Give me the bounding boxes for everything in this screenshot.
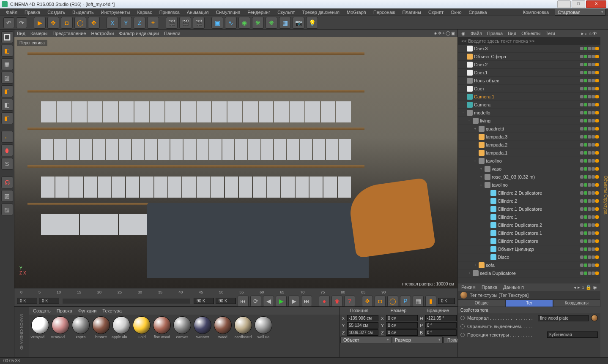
snap-tool[interactable]: S — [1, 158, 13, 170]
tab-Тег[interactable]: Тег — [505, 299, 553, 307]
tab-Координаты[interactable]: Координаты — [553, 299, 600, 307]
tree-row[interactable]: Cilindro.1 — [458, 213, 600, 221]
tree-row[interactable]: −tavolino — [458, 157, 600, 165]
vpmenu-Представление[interactable]: Представление — [52, 31, 86, 36]
attrmenu-Данные п[interactable]: Данные п — [503, 285, 524, 290]
prop-radio[interactable] — [460, 316, 465, 320]
tree-row[interactable]: Cilindro Duplicatore — [458, 237, 600, 245]
lock-tool[interactable]: ▨ — [1, 190, 13, 202]
attrmenu-Режим[interactable]: Режим — [461, 285, 476, 290]
prop-radio[interactable] — [460, 333, 465, 337]
menu-Скульпт[interactable]: Скульпт — [274, 9, 298, 16]
matmenu-Текстура[interactable]: Текстура — [102, 308, 121, 313]
edge-mode[interactable]: ◧ — [1, 99, 13, 111]
layout-dropdown[interactable]: Стартовая — [555, 9, 605, 16]
tree-row[interactable]: −modello — [458, 109, 600, 117]
tree-row[interactable]: Свет.3 — [458, 45, 600, 53]
material-item[interactable]: Gold — [132, 316, 151, 339]
menu-Скрипт[interactable]: Скрипт — [425, 9, 447, 16]
texture-mode[interactable]: ▦ — [1, 58, 13, 70]
attrmenu-Правка[interactable]: Правка — [482, 285, 497, 290]
key-mark[interactable]: ▮ — [425, 296, 436, 307]
menu-Создать[interactable]: Создать — [44, 9, 68, 16]
model-mode[interactable]: ◧ — [1, 45, 13, 57]
tree-row[interactable]: Cilindro Duplicatore.1 — [458, 229, 600, 237]
material-item[interactable]: VRayAdvanced — [30, 316, 50, 339]
scale-tool[interactable]: ◘ — [61, 17, 73, 29]
vpmenu-Камеры[interactable]: Камеры — [30, 31, 47, 36]
objmenu-Объекты[interactable]: Объекты — [521, 31, 540, 36]
timeline-ruler[interactable]: 051015202530354045505560657075808590 — [14, 288, 457, 296]
y-axis-lock[interactable]: Y — [120, 17, 132, 29]
tab-Общие[interactable]: Общие — [458, 299, 505, 307]
maximize-button[interactable]: □ — [572, 0, 585, 8]
next-frame[interactable]: ▶ — [288, 296, 299, 307]
make-editable[interactable]: 🔳 — [1, 31, 13, 43]
add-camera2[interactable]: 📷 — [293, 17, 304, 29]
material-item[interactable]: fine wood — [152, 316, 172, 339]
add-light[interactable]: 💡 — [306, 17, 318, 29]
key-pla[interactable]: ▦ — [413, 296, 424, 307]
matmenu-Правка[interactable]: Правка — [57, 308, 72, 313]
redo-button[interactable]: ↷ — [16, 17, 27, 28]
misc-tool[interactable]: ▨ — [1, 204, 13, 215]
objmenu-Правка[interactable]: Правка — [487, 31, 503, 36]
material-item[interactable]: wall 03 — [254, 316, 273, 339]
autokey[interactable]: ◉ — [331, 296, 342, 307]
rot-P[interactable] — [425, 322, 457, 329]
tree-row[interactable]: Cilindro.2 Duplicatore — [458, 189, 600, 197]
z-axis-lock[interactable]: Z — [134, 17, 145, 29]
menu-Файл[interactable]: Файл — [3, 9, 21, 16]
current-start[interactable] — [39, 298, 59, 304]
vpmenu-Вид[interactable]: Вид — [17, 31, 25, 36]
add-modifier[interactable]: ❋ — [252, 17, 264, 29]
menu-Персонаж[interactable]: Персонаж — [370, 9, 398, 16]
tree-row[interactable]: Свет — [458, 85, 600, 93]
render-settings[interactable]: 🎬 — [193, 17, 205, 29]
object-tree[interactable]: Свет.3 Объект Сфера Свет.2 Свет.1 Ноль о… — [458, 45, 600, 283]
x-axis-lock[interactable]: X — [107, 17, 118, 29]
tree-row[interactable]: lampada.2 — [458, 141, 600, 149]
tree-row[interactable]: Disco — [458, 253, 600, 261]
loop[interactable]: ⟳ — [250, 296, 261, 307]
rot-B[interactable] — [425, 329, 457, 336]
key-pos[interactable]: ✥ — [362, 296, 373, 307]
timeline-track[interactable] — [63, 299, 190, 304]
prop-value[interactable]: Кубическая — [547, 331, 598, 338]
objmenu-Вид[interactable]: Вид — [508, 31, 516, 36]
key-rot[interactable]: ◯ — [387, 296, 398, 307]
rotate-tool[interactable]: ◯ — [74, 17, 86, 29]
minimize-button[interactable]: — — [557, 0, 571, 8]
tree-row[interactable]: Свет.1 — [458, 69, 600, 77]
material-item[interactable]: карта — [71, 316, 90, 339]
last-tool[interactable]: ✥ — [88, 17, 100, 29]
object-mode-dropdown[interactable]: Объект — [340, 337, 391, 343]
menu-Трекер движения[interactable]: Трекер движения — [299, 9, 343, 16]
pos-Z[interactable] — [347, 329, 378, 336]
tree-row[interactable]: Свет.2 — [458, 61, 600, 69]
tree-row[interactable]: lampada.1 — [458, 149, 600, 157]
material-item[interactable]: apple aluminium — [112, 316, 131, 339]
size-mode-dropdown[interactable]: Размер — [392, 337, 443, 343]
material-item[interactable]: sweater — [193, 316, 212, 339]
menu-Рендеринг[interactable]: Рендеринг — [244, 9, 274, 16]
tree-row[interactable]: +sofa — [458, 261, 600, 269]
add-environment[interactable]: ❋ — [266, 17, 277, 29]
workplane[interactable]: ▨ — [1, 72, 13, 84]
current-end[interactable] — [194, 298, 214, 304]
prop-value[interactable]: fine wood plate — [538, 315, 589, 321]
play[interactable]: ▶ — [276, 296, 287, 307]
size-Z[interactable] — [386, 329, 417, 336]
tree-row[interactable]: −living — [458, 117, 600, 125]
pos-X[interactable] — [347, 315, 378, 321]
render-region[interactable]: 🎬 — [179, 17, 191, 29]
goto-end[interactable]: ⏭ — [301, 296, 312, 307]
key-param[interactable]: P — [400, 296, 411, 307]
range-start[interactable] — [17, 298, 37, 304]
right-strip[interactable]: Объекты Структура — [600, 30, 608, 357]
magnet-tool[interactable]: ☊ — [1, 177, 13, 188]
select-tool[interactable]: ▶ — [34, 17, 46, 29]
swatch-icon[interactable] — [591, 315, 598, 321]
material-item[interactable]: cardboard — [233, 316, 253, 339]
tree-row[interactable]: −tavolino — [458, 181, 600, 189]
